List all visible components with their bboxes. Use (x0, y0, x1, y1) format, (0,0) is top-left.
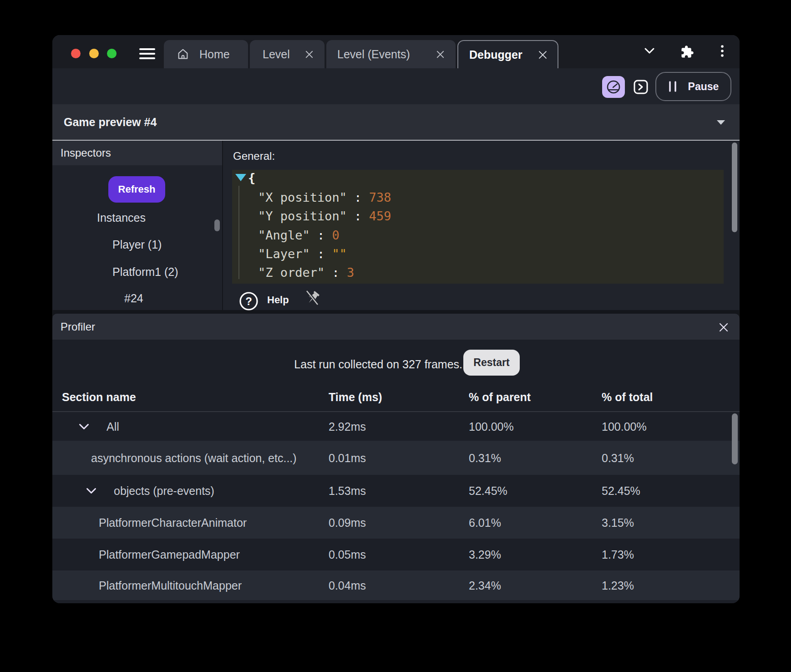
column-header-section: Section name (62, 391, 136, 404)
tab-label: Level (263, 48, 290, 61)
profiler-header (52, 314, 740, 340)
collapse-caret-icon[interactable] (717, 120, 725, 125)
help-label[interactable]: Help (267, 294, 289, 306)
code-line: "Angle" : 0 (258, 228, 340, 242)
tree-item-platform1[interactable]: Platform1 (2) (112, 265, 178, 279)
close-tab-icon[interactable] (305, 50, 314, 59)
table-row[interactable]: PlatformerMultitouchMapper 0.04ms 2.34% … (52, 570, 740, 600)
code-line: "Layer" : "" (258, 247, 347, 261)
general-scrollbar[interactable] (732, 143, 737, 232)
profiler-title: Profiler (61, 314, 95, 340)
close-tab-icon[interactable] (436, 50, 445, 59)
game-preview-title: Game preview #4 (64, 104, 157, 140)
tab-label: Level (Events) (337, 48, 410, 61)
menu-icon[interactable] (139, 48, 155, 59)
tree-item-24[interactable]: #24 (124, 292, 143, 305)
column-header-time: Time (ms) (329, 391, 382, 404)
inspectors-scrollbar[interactable] (214, 219, 220, 231)
refresh-button[interactable]: Refresh (108, 176, 165, 203)
tab-debugger[interactable]: Debugger (457, 40, 558, 68)
column-header-total: % of total (602, 391, 653, 404)
column-header-parent: % of parent (469, 391, 531, 404)
tab-label: Debugger (469, 48, 522, 61)
tab-label: Home (199, 48, 230, 61)
extensions-icon[interactable] (680, 45, 694, 59)
table-row[interactable]: PlatformerCharacterAnimator 0.09ms 6.01%… (52, 507, 740, 539)
collapse-row-icon[interactable] (86, 488, 97, 494)
open-brace: { (248, 171, 255, 185)
tree-item-instances[interactable]: Instances (97, 211, 146, 224)
table-row[interactable]: PlatformerGamepadMapper 0.05ms 3.29% 1.7… (52, 539, 740, 570)
inspectors-title: Inspectors (61, 141, 111, 165)
tab-level-events[interactable]: Level (Events) (326, 40, 456, 68)
expander-triangle-icon[interactable] (235, 174, 246, 181)
more-options-icon[interactable] (720, 45, 725, 58)
profiler-scrollbar[interactable] (732, 413, 738, 464)
table-row[interactable]: asynchronous actions (wait action, etc..… (52, 441, 740, 475)
collapse-row-icon[interactable] (78, 423, 90, 430)
code-line: "Z order" : 3 (258, 265, 354, 280)
close-profiler-icon[interactable] (719, 322, 729, 332)
pause-button[interactable]: Pause (655, 72, 731, 101)
code-line: "Y position" : 459 (258, 209, 391, 223)
restart-button[interactable]: Restart (463, 350, 520, 376)
debugger-window: Home Level Level (Events) Debugger Pause… (52, 35, 740, 603)
pause-icon (668, 81, 677, 92)
minimize-window-button[interactable] (89, 49, 99, 58)
profiler-status-text: Last run collected on 327 frames. (294, 358, 462, 371)
general-title: General: (233, 150, 275, 163)
unpin-icon[interactable] (304, 289, 322, 307)
close-tab-icon[interactable] (538, 50, 548, 60)
home-icon (177, 48, 189, 61)
close-window-button[interactable] (71, 49, 81, 58)
tree-item-player[interactable]: Player (1) (112, 238, 162, 251)
indent-guide (238, 186, 239, 279)
tab-home[interactable]: Home (164, 40, 248, 68)
table-row[interactable]: All 2.92ms 100.00% 100.00% (52, 412, 740, 441)
code-line: "X position" : 738 (258, 190, 391, 204)
table-row[interactable]: objects (pre-events) 1.53ms 52.45% 52.45… (52, 475, 740, 507)
gauge-icon (606, 79, 621, 95)
zoom-window-button[interactable] (107, 49, 117, 58)
pause-label: Pause (688, 81, 719, 93)
console-icon[interactable] (634, 80, 648, 94)
tab-level[interactable]: Level (250, 40, 325, 68)
chevron-down-icon[interactable] (644, 47, 655, 54)
profiler-toggle-button[interactable] (602, 76, 625, 98)
svg-text:?: ? (245, 295, 252, 307)
help-icon[interactable]: ? (239, 291, 259, 311)
